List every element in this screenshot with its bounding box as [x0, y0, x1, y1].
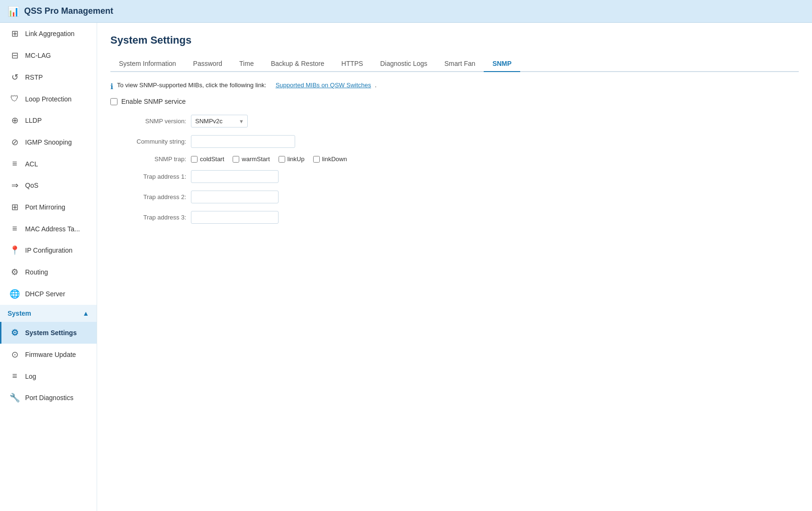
sidebar-item-log[interactable]: ≡ Log [0, 365, 97, 387]
rstp-icon: ↺ [9, 72, 20, 82]
link-aggregation-icon: ⊞ [9, 28, 20, 39]
trap-linkup-checkbox[interactable] [279, 156, 285, 163]
community-string-label: Community string: [120, 138, 186, 145]
tab-snmp[interactable]: SNMP [484, 56, 520, 72]
tab-https[interactable]: HTTPS [333, 56, 372, 72]
qos-icon: ⇒ [9, 180, 20, 191]
community-string-row: Community string: [120, 135, 799, 148]
tab-password[interactable]: Password [185, 56, 231, 72]
sidebar-item-acl[interactable]: ≡ ACL [0, 153, 97, 174]
system-section-header[interactable]: System ▲ [0, 305, 97, 322]
trap-warmstart-label[interactable]: warmStart [242, 155, 270, 163]
snmp-panel: ℹ To view SNMP-supported MIBs, click the… [110, 82, 799, 224]
sidebar-label-system-settings: System Settings [25, 329, 77, 337]
trap-address-1-row: Trap address 1: [120, 170, 799, 183]
sidebar-label-loop-protection: Loop Protection [25, 95, 72, 103]
snmp-info-link[interactable]: Supported MIBs on QSW Switches [276, 82, 371, 89]
sidebar-item-firmware-update[interactable]: ⊙ Firmware Update [0, 344, 97, 365]
trap-warmstart-checkbox[interactable] [233, 156, 239, 163]
sidebar-item-port-mirroring[interactable]: ⊞ Port Mirroring [0, 196, 97, 218]
sidebar-item-qos[interactable]: ⇒ QoS [0, 174, 97, 196]
sidebar-label-log: Log [25, 373, 36, 380]
sidebar-item-system-settings[interactable]: ⚙ System Settings [0, 322, 97, 344]
trap-address-1-input[interactable] [191, 170, 279, 183]
tab-backup-restore[interactable]: Backup & Restore [262, 56, 333, 72]
sidebar-label-igmp-snooping: IGMP Snooping [25, 138, 72, 146]
trap-link-up: linkUp [279, 155, 305, 163]
sidebar-label-mac-address-table: MAC Address Ta... [25, 225, 80, 233]
port-mirroring-icon: ⊞ [9, 202, 20, 212]
system-section-label: System [8, 310, 31, 317]
sidebar-item-dhcp-server[interactable]: 🌐 DHCP Server [0, 283, 97, 305]
sidebar-item-link-aggregation[interactable]: ⊞ Link Aggregation [0, 23, 97, 45]
routing-icon: ⚙ [9, 267, 20, 277]
page-title: System Settings [110, 34, 799, 46]
sidebar-label-qos: QoS [25, 182, 38, 189]
trap-coldstart-checkbox[interactable] [191, 156, 198, 163]
log-icon: ≡ [9, 371, 20, 381]
sidebar-item-igmp-snooping[interactable]: ⊘ IGMP Snooping [0, 131, 97, 153]
sidebar: ⊞ Link Aggregation ⊟ MC-LAG ↺ RSTP 🛡 Loo… [0, 23, 97, 511]
tab-system-information[interactable]: System Information [110, 56, 185, 72]
sidebar-item-mc-lag[interactable]: ⊟ MC-LAG [0, 45, 97, 66]
sidebar-label-routing: Routing [25, 268, 48, 276]
snmp-info-text: To view SNMP-supported MIBs, click the f… [117, 82, 266, 89]
system-section-chevron: ▲ [82, 310, 89, 317]
sidebar-label-acl: ACL [25, 160, 38, 168]
port-diagnostics-icon: 🔧 [9, 392, 20, 403]
trap-address-2-row: Trap address 2: [120, 191, 799, 203]
trap-warm-start: warmStart [233, 155, 270, 163]
sidebar-item-port-diagnostics[interactable]: 🔧 Port Diagnostics [0, 387, 97, 409]
trap-address-1-label: Trap address 1: [120, 173, 186, 180]
mac-address-icon: ≡ [9, 224, 20, 234]
sidebar-item-mac-address-table[interactable]: ≡ MAC Address Ta... [0, 218, 97, 239]
content-area: System Settings System Information Passw… [97, 23, 812, 511]
sidebar-item-routing[interactable]: ⚙ Routing [0, 261, 97, 283]
dhcp-server-icon: 🌐 [9, 289, 20, 299]
trap-linkup-label[interactable]: linkUp [288, 155, 305, 163]
tab-smart-fan[interactable]: Smart Fan [436, 56, 484, 72]
sidebar-label-lldp: LLDP [25, 117, 42, 124]
enable-snmp-checkbox[interactable] [110, 98, 117, 105]
tab-diagnostic-logs[interactable]: Diagnostic Logs [371, 56, 436, 72]
sidebar-label-firmware-update: Firmware Update [25, 351, 76, 358]
snmp-info-box: ℹ To view SNMP-supported MIBs, click the… [110, 82, 799, 91]
sidebar-label-link-aggregation: Link Aggregation [25, 30, 74, 37]
snmp-trap-label: SNMP trap: [120, 155, 186, 163]
snmp-version-wrapper: SNMPv1 SNMPv2c SNMPv3 ▼ [191, 115, 248, 128]
trap-linkdown-label[interactable]: linkDown [322, 155, 347, 163]
enable-snmp-label[interactable]: Enable SNMP service [121, 98, 186, 105]
snmp-version-select[interactable]: SNMPv1 SNMPv2c SNMPv3 [191, 115, 248, 128]
lldp-icon: ⊕ [9, 115, 20, 126]
app-title: QSS Pro Management [24, 6, 113, 16]
trap-address-2-input[interactable] [191, 191, 279, 203]
snmp-version-row: SNMP version: SNMPv1 SNMPv2c SNMPv3 ▼ [120, 115, 799, 128]
sidebar-item-ip-configuration[interactable]: 📍 IP Configuration [0, 239, 97, 261]
mc-lag-icon: ⊟ [9, 50, 20, 61]
snmp-version-label: SNMP version: [120, 118, 186, 125]
info-icon: ℹ [110, 82, 113, 91]
snmp-form: SNMP version: SNMPv1 SNMPv2c SNMPv3 ▼ Co… [120, 115, 799, 224]
sidebar-label-dhcp-server: DHCP Server [25, 290, 65, 298]
enable-snmp-row: Enable SNMP service [110, 98, 799, 105]
trap-address-3-label: Trap address 3: [120, 214, 186, 221]
topbar: 📊 QSS Pro Management [0, 0, 812, 23]
sidebar-label-rstp: RSTP [25, 73, 43, 81]
community-string-input[interactable] [191, 135, 295, 148]
trap-address-3-input[interactable] [191, 211, 279, 224]
system-settings-icon: ⚙ [9, 328, 20, 338]
sidebar-label-mc-lag: MC-LAG [25, 52, 51, 59]
sidebar-item-lldp[interactable]: ⊕ LLDP [0, 110, 97, 131]
tab-time[interactable]: Time [231, 56, 262, 72]
sidebar-item-loop-protection[interactable]: 🛡 Loop Protection [0, 88, 97, 110]
trap-linkdown-checkbox[interactable] [313, 156, 320, 163]
snmp-trap-checkboxes: coldStart warmStart linkUp linkDown [191, 155, 347, 163]
loop-protection-icon: 🛡 [9, 94, 20, 104]
trap-cold-start: coldStart [191, 155, 224, 163]
acl-icon: ≡ [9, 159, 20, 169]
trap-address-2-label: Trap address 2: [120, 193, 186, 201]
trap-link-down: linkDown [313, 155, 347, 163]
sidebar-label-port-diagnostics: Port Diagnostics [25, 394, 73, 402]
trap-coldstart-label[interactable]: coldStart [200, 155, 224, 163]
sidebar-item-rstp[interactable]: ↺ RSTP [0, 66, 97, 88]
